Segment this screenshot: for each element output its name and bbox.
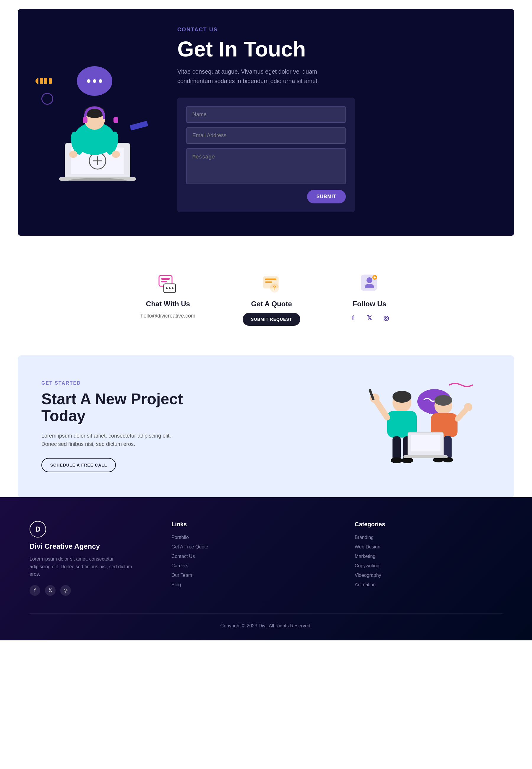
project-label: GET STARTED (41, 380, 183, 386)
chat-title: Chat With Us (146, 300, 190, 308)
quote-icon-wrap: ? (260, 271, 283, 295)
footer: D Divi Creative Agency Lorem ipsum dolor… (0, 497, 532, 640)
svg-point-42 (391, 458, 403, 463)
project-description: Lorem ipsum dolor sit amet, consectetur … (41, 432, 183, 449)
footer-facebook-icon[interactable]: f (30, 585, 40, 596)
quote-card: ? Get A Quote SUBMIT REQUEST (243, 271, 300, 326)
svg-rect-9 (83, 117, 87, 123)
project-title: Start A New Project Today (41, 391, 183, 424)
footer-link-our-team[interactable]: Our Team (171, 573, 319, 578)
footer-bottom: Copyright © 2023 Divi. All Rights Reserv… (30, 614, 502, 629)
name-input[interactable] (186, 106, 346, 123)
svg-point-29 (366, 277, 372, 283)
cards-section: Chat With Us hello@divicreative.com ? Ge… (0, 248, 532, 349)
hero-description: Vitae consequat augue. Vivamus eget dolo… (177, 67, 349, 86)
svg-point-21 (169, 287, 171, 289)
gap1 (0, 236, 532, 248)
hero-title: Get In Touch (177, 38, 491, 61)
footer-twitter-icon[interactable]: 𝕏 (45, 585, 56, 596)
footer-instagram-icon[interactable]: ◎ (60, 585, 71, 596)
svg-point-20 (166, 287, 168, 289)
footer-cat-web-design[interactable]: Web Design (355, 544, 502, 550)
footer-links-title: Links (171, 521, 319, 528)
svg-rect-10 (113, 117, 118, 123)
schedule-button[interactable]: SCHEDULE A FREE CALL (41, 458, 116, 472)
gap2 (0, 349, 532, 355)
footer-links-col: Links Portfolio Get A Free Quote Contact… (171, 521, 319, 596)
footer-link-get-quote[interactable]: Get A Free Quote (171, 544, 319, 550)
instagram-icon[interactable]: ◎ (381, 313, 391, 323)
hero-illustration (41, 57, 166, 181)
svg-rect-40 (392, 437, 401, 460)
svg-rect-54 (411, 435, 440, 452)
twitter-icon[interactable]: 𝕏 (364, 313, 375, 323)
submit-request-button[interactable]: SUBMIT REQUEST (243, 313, 300, 326)
hero-section: CONTACT US Get In Touch Vitae consequat … (18, 9, 514, 236)
message-input[interactable] (186, 148, 346, 184)
footer-categories-title: Categories (355, 521, 502, 528)
svg-rect-17 (161, 278, 170, 280)
footer-cat-branding[interactable]: Branding (355, 535, 502, 540)
svg-point-35 (392, 391, 411, 403)
svg-text:?: ? (273, 285, 276, 291)
follow-title: Follow Us (353, 300, 386, 308)
svg-rect-18 (161, 281, 167, 282)
project-illustration (183, 379, 491, 474)
footer-brand: D Divi Creative Agency Lorem ipsum dolor… (30, 521, 136, 596)
chat-icon-wrap (156, 271, 180, 295)
footer-top: D Divi Creative Agency Lorem ipsum dolor… (30, 521, 502, 596)
footer-copyright: Copyright © 2023 Divi. All Rights Reserv… (30, 623, 502, 629)
project-section: GET STARTED Start A New Project Today Lo… (18, 355, 514, 497)
footer-brand-name: Divi Creative Agency (30, 542, 136, 551)
footer-cat-copywriting[interactable]: Copywriting (355, 563, 502, 569)
contact-us-label: CONTACT US (177, 27, 491, 33)
project-content: GET STARTED Start A New Project Today Lo… (41, 380, 183, 472)
footer-link-contact[interactable]: Contact Us (171, 554, 319, 559)
footer-brand-desc: Lorem ipsum dolor sit amet, consectetur … (30, 555, 136, 578)
svg-point-14 (112, 151, 120, 158)
svg-point-22 (172, 287, 173, 289)
follow-card: Follow Us f 𝕏 ◎ (348, 271, 391, 326)
follow-icon-wrap (358, 271, 381, 295)
email-input[interactable] (186, 127, 346, 144)
svg-point-48 (464, 403, 472, 411)
facebook-icon[interactable]: f (348, 313, 358, 323)
chat-subtitle: hello@divicreative.com (141, 313, 195, 319)
social-icons: f 𝕏 ◎ (348, 313, 391, 323)
quote-title: Get A Quote (251, 300, 292, 308)
svg-line-37 (375, 400, 387, 418)
footer-link-careers[interactable]: Careers (171, 563, 319, 569)
footer-logo: D (30, 521, 46, 538)
hero-content: CONTACT US Get In Touch Vitae consequat … (166, 27, 491, 212)
footer-social: f 𝕏 ◎ (30, 585, 136, 596)
svg-point-13 (69, 151, 77, 158)
person-figure (47, 75, 154, 181)
chat-card: Chat With Us hello@divicreative.com (141, 271, 195, 326)
footer-categories-col: Categories Branding Web Design Marketing… (355, 521, 502, 596)
svg-point-45 (434, 395, 452, 406)
footer-link-blog[interactable]: Blog (171, 582, 319, 588)
submit-button[interactable]: SUBMIT (307, 190, 346, 203)
footer-cat-videography[interactable]: Videography (355, 573, 502, 578)
footer-cat-marketing[interactable]: Marketing (355, 554, 502, 559)
footer-link-portfolio[interactable]: Portfolio (171, 535, 319, 540)
svg-rect-25 (265, 281, 272, 283)
svg-rect-24 (265, 278, 276, 280)
contact-form: SUBMIT (177, 98, 355, 212)
footer-cat-animation[interactable]: Animation (355, 582, 502, 588)
svg-rect-55 (403, 455, 448, 458)
